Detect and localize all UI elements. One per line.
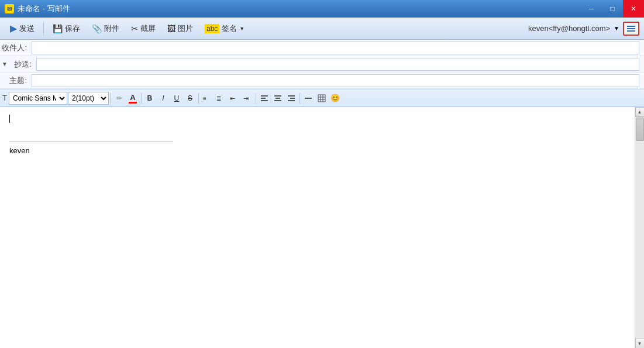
send-icon: ▶ — [10, 23, 17, 34]
svg-text:⇥: ⇥ — [243, 95, 249, 102]
cc-expand-button[interactable]: ▼ — [0, 60, 9, 69]
main-toolbar: ▶ 发送 💾 保存 📎 附件 ✂ 截屏 🖼 图片 abc 签名 ▼ keven<… — [0, 18, 644, 40]
indent-decrease-button[interactable]: ⇤ — [228, 92, 240, 105]
to-input[interactable] — [32, 42, 639, 54]
align-right-button[interactable] — [285, 92, 298, 105]
scrollbar-thumb[interactable] — [636, 118, 644, 141]
fmt-sep-5 — [299, 93, 300, 104]
toolbar-sep-1 — [43, 22, 44, 36]
indent-decrease-icon: ⇤ — [230, 94, 238, 102]
horizontal-rule-button[interactable] — [302, 92, 315, 105]
unordered-list-icon: ≣ — [216, 94, 225, 102]
align-center-icon — [274, 94, 282, 102]
format-toolbar: T Comic Sans M 2(10pt) ✏ A B I U S ≡ ≣ — [0, 89, 644, 107]
text-format-icon: T — [2, 94, 7, 102]
screenshot-icon: ✂ — [131, 24, 138, 33]
toolbar-right: keven<ffy@hongtl.com> ▼ — [528, 22, 639, 36]
send-button[interactable]: ▶ 发送 — [5, 20, 40, 37]
scrollbar-track — [635, 117, 645, 339]
unordered-list-button[interactable]: ≣ — [214, 92, 227, 105]
fmt-sep-2 — [141, 93, 142, 104]
cc-input[interactable] — [36, 58, 639, 71]
svg-rect-12 — [274, 100, 281, 101]
sign-dropdown-icon: ▼ — [239, 26, 244, 32]
close-button[interactable]: ✕ — [623, 0, 644, 18]
svg-rect-10 — [274, 95, 281, 97]
svg-rect-13 — [288, 95, 295, 97]
svg-text:≡: ≡ — [203, 95, 206, 102]
strikethrough-button[interactable]: S — [184, 92, 197, 105]
menu-button[interactable] — [623, 22, 639, 36]
fmt-sep-1 — [111, 93, 111, 104]
horizontal-rule-icon — [304, 94, 312, 102]
font-color-button[interactable]: A — [126, 92, 139, 105]
svg-text:⇤: ⇤ — [230, 95, 235, 102]
svg-rect-0 — [627, 26, 635, 27]
editor-container: keven ▲ ▼ — [0, 107, 644, 348]
current-email: keven<ffy@hongtl.com> — [528, 24, 610, 33]
svg-rect-1 — [627, 28, 635, 29]
fmt-sep-4 — [256, 93, 256, 104]
app-icon: ✉ — [5, 4, 14, 13]
cursor-line — [9, 114, 625, 123]
indent-increase-button[interactable]: ⇥ — [241, 92, 254, 105]
ordered-list-icon: ≡ — [203, 94, 211, 102]
align-right-icon — [287, 94, 295, 102]
save-button[interactable]: 💾 保存 — [47, 20, 85, 37]
window-title: 未命名 - 写邮件 — [18, 4, 70, 14]
indent-increase-icon: ⇥ — [243, 94, 252, 102]
titlebar-left: ✉ 未命名 - 写邮件 — [5, 4, 70, 14]
minimize-button[interactable]: ─ — [581, 0, 602, 18]
header-fields: 收件人: ▼ 抄送: 主题: — [0, 40, 644, 89]
svg-text:≣: ≣ — [216, 95, 221, 102]
window-controls: ─ □ ✕ — [581, 0, 644, 18]
table-icon — [318, 94, 326, 102]
fmt-sep-3 — [198, 93, 199, 104]
font-family-select[interactable]: Comic Sans M — [9, 92, 67, 105]
italic-button[interactable]: I — [157, 92, 170, 105]
scroll-up-button[interactable]: ▲ — [635, 107, 645, 117]
sign-button[interactable]: abc 签名 ▼ — [199, 20, 250, 37]
cc-row: ▼ 抄送: — [0, 56, 644, 73]
text-cursor — [9, 115, 10, 123]
align-left-button[interactable] — [258, 92, 271, 105]
svg-rect-9 — [261, 100, 268, 101]
subject-input[interactable] — [32, 74, 639, 87]
font-size-select[interactable]: 2(10pt) — [68, 92, 109, 105]
svg-rect-14 — [290, 98, 295, 99]
image-button[interactable]: 🖼 图片 — [162, 20, 198, 37]
smiley-button[interactable]: 😊 — [329, 92, 342, 105]
subject-label: 主题: — [0, 75, 32, 86]
cc-label: 抄送: — [11, 59, 36, 70]
pencil-button[interactable]: ✏ — [113, 92, 126, 105]
smiley-icon: 😊 — [330, 94, 340, 102]
maximize-button[interactable]: □ — [602, 0, 623, 18]
svg-rect-15 — [288, 100, 295, 101]
attach-button[interactable]: 📎 附件 — [87, 20, 125, 37]
signature-text: keven — [9, 146, 625, 155]
signature-divider — [9, 141, 173, 142]
to-row: 收件人: — [0, 40, 644, 56]
save-icon: 💾 — [53, 24, 63, 33]
svg-rect-17 — [318, 95, 325, 102]
attach-icon: 📎 — [92, 24, 102, 33]
svg-rect-11 — [275, 98, 280, 99]
screenshot-button[interactable]: ✂ 截屏 — [126, 20, 161, 37]
titlebar: ✉ 未命名 - 写邮件 ─ □ ✕ — [0, 0, 644, 18]
to-label: 收件人: — [0, 43, 32, 53]
hamburger-icon — [626, 25, 636, 33]
scroll-down-button[interactable]: ▼ — [635, 339, 645, 348]
subject-row: 主题: — [0, 73, 644, 89]
email-dropdown-icon[interactable]: ▼ — [614, 25, 619, 32]
align-center-button[interactable] — [271, 92, 284, 105]
font-color-icon: A — [129, 93, 137, 104]
svg-rect-8 — [261, 98, 266, 99]
svg-rect-7 — [261, 95, 268, 97]
underline-button[interactable]: U — [170, 92, 183, 105]
table-button[interactable] — [315, 92, 328, 105]
editor-area[interactable]: keven — [0, 107, 635, 348]
sign-icon: abc — [205, 24, 219, 33]
scrollbar: ▲ ▼ — [635, 107, 644, 348]
bold-button[interactable]: B — [143, 92, 156, 105]
ordered-list-button[interactable]: ≡ — [201, 92, 213, 105]
